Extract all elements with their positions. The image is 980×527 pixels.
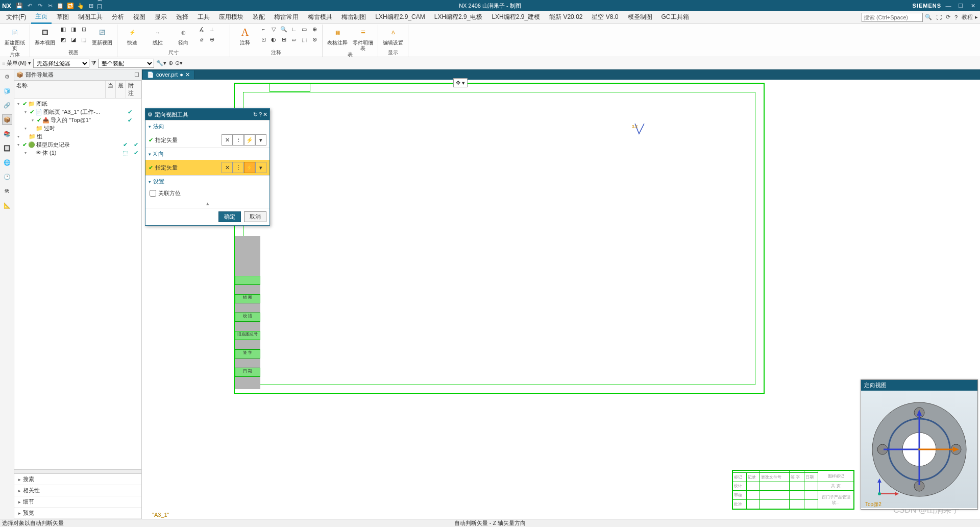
menu-mosheng[interactable]: 模圣制图	[624, 11, 656, 23]
rail-part-nav-icon[interactable]: 📦	[2, 114, 12, 125]
dialog-title-bar[interactable]: ⚙ 定向视图工具 ↻ ? ✕	[145, 109, 270, 120]
navigator-tree[interactable]: ▾✔📁图纸▾✔📄图纸页 "A3_1" (工作-...✔▾✔📥导入的 "Top@1…	[14, 99, 141, 469]
menu-drafting-tools[interactable]: 制图工具	[74, 11, 107, 23]
menu-view[interactable]: 视图	[129, 11, 150, 23]
table-note-button[interactable]: ▦表格注释	[326, 25, 349, 45]
repeat-icon[interactable]: 🔁	[66, 2, 75, 10]
menu-lxh-electrode[interactable]: LXH编程2.9_电极	[430, 11, 487, 23]
menu-home[interactable]: 主页	[31, 11, 52, 24]
menu-file[interactable]: 文件(F)	[2, 11, 30, 23]
dim-tools-grid[interactable]: ∡⟂⌀⊕	[197, 25, 227, 44]
tree-row[interactable]: ▾✔📁图纸	[15, 100, 140, 108]
view-compass-icon[interactable]: ✥ ▾	[453, 78, 468, 87]
menu-assembly[interactable]: 装配	[249, 11, 269, 23]
tab-close-icon[interactable]: ✕	[185, 71, 190, 78]
accordion-search[interactable]: 搜索	[14, 474, 141, 485]
filter-funnel-icon[interactable]: ⧩	[91, 60, 96, 66]
command-search-input[interactable]	[862, 13, 923, 22]
tutorial-arrow-icon[interactable]: ▸	[975, 14, 978, 20]
vector-buttons-2[interactable]: ✕⋮⚡▾	[222, 162, 266, 173]
undo-icon[interactable]: ↶	[26, 2, 34, 10]
rail-constraint-icon[interactable]: 🔗	[2, 100, 12, 110]
drawing-canvas[interactable]: 3.2 ✥ ▾ 描 图 校 描 旧底图总号 签 字 日 期 图样标记 标记记录更…	[142, 80, 980, 519]
edit-settings-button[interactable]: A̲编辑设置	[381, 25, 405, 45]
tree-row[interactable]: ▾✔📥导入的 "Top@1"✔	[15, 116, 140, 124]
tree-row[interactable]: ▾📁组	[15, 132, 140, 140]
dialog-reset-icon[interactable]: ↻	[253, 111, 258, 118]
rail-hd3d-icon[interactable]: 🔲	[2, 143, 12, 153]
dialog-collapse-icon[interactable]: ▴	[145, 199, 270, 208]
dialog-help-icon[interactable]: ?	[259, 111, 262, 118]
filter-tool-1-icon[interactable]: 🔧▾	[156, 60, 166, 66]
base-view-button[interactable]: 🔲基本视图	[33, 25, 57, 45]
section-normal[interactable]: 法向	[145, 121, 270, 132]
rail-browser-icon[interactable]: 🌐	[2, 157, 12, 167]
cut-icon[interactable]: ✂	[46, 2, 54, 10]
rail-history-icon[interactable]: 🕐	[2, 172, 12, 182]
close-icon[interactable]: ✕	[969, 2, 977, 10]
redo-icon[interactable]: ↷	[36, 2, 44, 10]
document-tab[interactable]: 📄 cover.prt ● ✕	[143, 70, 194, 79]
menu-nengxin[interactable]: 能新 V20.02	[545, 11, 586, 23]
associative-checkbox[interactable]	[150, 190, 156, 197]
radial-dim-button[interactable]: ◐径向	[172, 25, 195, 45]
help-icon[interactable]: ?	[952, 14, 960, 20]
window-icon[interactable]: ⊞	[87, 2, 95, 10]
rapid-dim-button[interactable]: ⚡快速	[120, 25, 144, 45]
panel-pin-icon[interactable]: ☐	[134, 71, 139, 78]
menu-sketch[interactable]: 草图	[53, 11, 73, 23]
vector-buttons-1[interactable]: ✕⋮⚡▾	[222, 134, 266, 146]
orient-panel-body[interactable]: Top@2	[861, 391, 977, 508]
menu-ml-drafting[interactable]: 梅雷制图	[337, 11, 370, 23]
tree-row[interactable]: ▾✔🟢模型历史记录✔✔	[15, 140, 140, 149]
tutorial-link[interactable]: 教程	[960, 13, 975, 21]
note-button[interactable]: A注释	[233, 25, 257, 45]
menu-gc-toolbox[interactable]: GC工具箱	[657, 11, 693, 23]
menu-application[interactable]: 应用模块	[215, 11, 248, 23]
view-tools-grid[interactable]: ◧◨⊡◩◪⬚	[59, 25, 88, 44]
tree-row[interactable]: ▾📁过时	[15, 124, 140, 132]
section-xdir[interactable]: X 向	[145, 148, 270, 160]
new-sheet-button[interactable]: 📄新建图纸页	[3, 25, 27, 51]
annotation-tools-grid[interactable]: ⌐▽🔍∟▭⊕ ⊡◐⊞▱⬚⊗	[259, 25, 319, 44]
menu-lxh-cam[interactable]: LXH编程2.9_CAM	[371, 11, 429, 23]
dialog-close-icon[interactable]: ✕	[263, 111, 267, 118]
menu-display[interactable]: 显示	[151, 11, 171, 23]
menu-lxh-model[interactable]: LXH编程2.9_建模	[487, 11, 544, 23]
accordion-preview[interactable]: 预览	[14, 508, 141, 519]
update-view-button[interactable]: 🔄更新视图	[90, 25, 114, 45]
section-settings[interactable]: 设置	[145, 176, 270, 187]
ok-button[interactable]: 确定	[218, 211, 241, 222]
rail-drafting-icon[interactable]: 📐	[2, 200, 12, 210]
menu-tools[interactable]: 工具	[193, 11, 214, 23]
minimize-icon[interactable]: —	[944, 2, 952, 10]
tree-row[interactable]: ▾✔📄图纸页 "A3_1" (工作-...✔	[15, 108, 140, 116]
menu-ml-common[interactable]: 梅雷常用	[270, 11, 303, 23]
copy-icon[interactable]: 📋	[56, 2, 64, 10]
menu-button[interactable]: ≡ 菜单(M) ▾	[2, 59, 31, 67]
tree-row[interactable]: ▾👁体 (1)⬚✔	[15, 149, 140, 157]
touch-icon[interactable]: 👆	[77, 2, 85, 10]
window-menu[interactable]: 窗口▾	[97, 2, 105, 10]
accordion-dependency[interactable]: 相关性	[14, 485, 141, 496]
scope-filter[interactable]: 整个装配	[98, 59, 154, 68]
rail-settings-icon[interactable]: ⚙	[2, 71, 12, 82]
save-icon[interactable]: 💾	[15, 2, 23, 10]
maximize-icon[interactable]: ☐	[957, 2, 965, 10]
linear-dim-button[interactable]: ↔线性	[146, 25, 169, 45]
menu-ml-mold[interactable]: 梅雷模具	[304, 11, 336, 23]
filter-tool-3-icon[interactable]: ⊙▾	[175, 60, 183, 66]
rail-reuse-icon[interactable]: 📚	[2, 129, 12, 139]
rail-roles-icon[interactable]: 🛠	[2, 186, 12, 196]
selection-filter[interactable]: 无选择过滤器	[33, 59, 89, 68]
parts-list-button[interactable]: ☰零件明细表	[351, 25, 375, 51]
cancel-button[interactable]: 取消	[244, 211, 266, 222]
rail-assembly-icon[interactable]: 🧊	[2, 86, 12, 96]
restore-icon[interactable]: ⟳	[944, 14, 952, 20]
menu-xingkong[interactable]: 星空 V8.0	[587, 11, 622, 23]
fullscreen-icon[interactable]: ⛶	[934, 14, 944, 20]
menu-select[interactable]: 选择	[172, 11, 192, 23]
accordion-details[interactable]: 细节	[14, 496, 141, 508]
filter-tool-2-icon[interactable]: ⊕	[168, 60, 173, 66]
search-icon[interactable]: 🔍	[923, 14, 934, 20]
